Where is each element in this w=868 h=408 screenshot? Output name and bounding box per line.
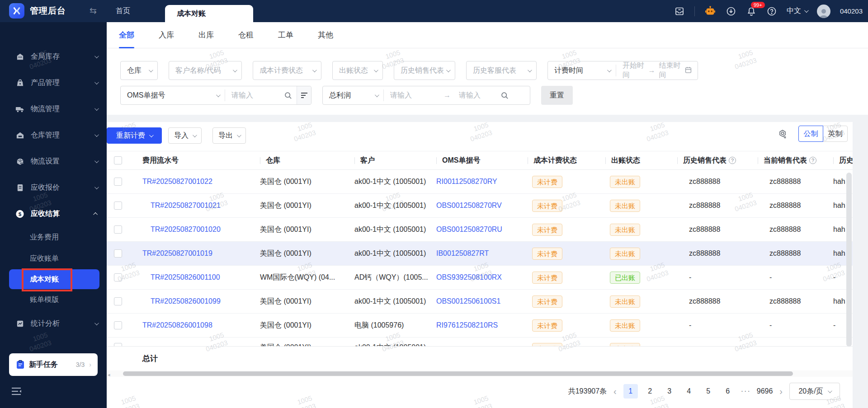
oms-doc-link-text[interactable]: IB001250827RT bbox=[436, 249, 489, 258]
imperial-button[interactable]: 英制 bbox=[823, 126, 848, 142]
filter-select-出账状态[interactable]: 出账状态 bbox=[332, 61, 383, 80]
sidebar-item-物流管理[interactable]: 物流管理 bbox=[0, 96, 107, 122]
page-button-3[interactable]: 3 bbox=[662, 384, 677, 399]
recalculate-button[interactable]: 重新计费 bbox=[107, 127, 162, 144]
oms-doc-link-text[interactable]: OBS0012508270RU bbox=[436, 225, 502, 234]
tab-全部[interactable]: 全部 bbox=[119, 22, 134, 48]
sidebar-item-仓库管理[interactable]: 仓库管理 bbox=[0, 122, 107, 148]
robot-assistant-icon[interactable] bbox=[704, 5, 716, 17]
range-from-input[interactable] bbox=[384, 86, 442, 104]
range-to-input[interactable] bbox=[453, 86, 500, 104]
column-header-历史[interactable]: 历史 bbox=[833, 156, 853, 165]
reset-button[interactable]: 重置 bbox=[541, 86, 573, 105]
column-header-当前销售代表[interactable]: 当前销售代表? bbox=[758, 156, 833, 165]
sidebar-subitem-应收账单[interactable]: 应收账单 bbox=[0, 248, 107, 269]
avatar[interactable] bbox=[817, 5, 830, 18]
row-checkbox[interactable] bbox=[114, 321, 122, 329]
next-page-button[interactable]: › bbox=[778, 386, 783, 397]
sidebar-item-应收报价[interactable]: 应收报价 bbox=[0, 174, 107, 201]
fee-serial-link-text[interactable]: TR#20250827001021 bbox=[151, 202, 221, 210]
column-header-出账状态[interactable]: 出账状态 bbox=[605, 156, 677, 165]
task-card[interactable]: 新手任务 3/3 › bbox=[9, 353, 98, 376]
tab-出库[interactable]: 出库 bbox=[198, 22, 214, 48]
sidebar-collapse-button[interactable] bbox=[11, 386, 23, 397]
document-search-input[interactable] bbox=[225, 86, 283, 104]
sidebar-item-应收结算[interactable]: $应收结算 bbox=[0, 201, 107, 227]
row-checkbox[interactable] bbox=[114, 225, 122, 234]
filter-select-历史客服代表[interactable]: 历史客服代表 bbox=[466, 61, 537, 80]
search-icon[interactable] bbox=[500, 91, 509, 100]
table-row[interactable]: TR#20250826001099美国仓 (0001YI)ak00-1中文 (1… bbox=[107, 290, 853, 314]
page-size-select[interactable]: 20条/页 bbox=[789, 383, 840, 400]
column-header-客户[interactable]: 客户 bbox=[354, 156, 436, 165]
fee-serial-link-text[interactable]: TR#20250826001098 bbox=[142, 321, 212, 329]
bell-icon[interactable]: 99+ bbox=[746, 6, 757, 17]
export-button[interactable]: 导出 bbox=[212, 127, 246, 144]
sidebar-subitem-账单模版[interactable]: 账单模版 bbox=[0, 289, 107, 310]
tab-工单[interactable]: 工单 bbox=[278, 22, 293, 48]
range-field-select[interactable]: 总利润 bbox=[323, 86, 383, 104]
oms-doc-link-text[interactable]: RI00112508270RY bbox=[436, 178, 497, 186]
sidebar-item-统计分析[interactable]: 统计分析 bbox=[0, 310, 107, 337]
fee-serial-link-text[interactable]: TR#20250826001099 bbox=[151, 297, 221, 305]
row-checkbox[interactable] bbox=[114, 178, 122, 186]
row-checkbox[interactable] bbox=[114, 297, 122, 305]
batch-filter-icon[interactable] bbox=[297, 86, 311, 104]
column-header-仓库[interactable]: 仓库 bbox=[260, 156, 354, 165]
page-button-5[interactable]: 5 bbox=[701, 384, 716, 399]
sidebar-subitem-业务费用[interactable]: 业务费用 bbox=[0, 227, 107, 248]
table-row-partial[interactable]: 美国仓 (0001YI)ak00-1中文 (1005001)未计费未出账 bbox=[107, 338, 853, 347]
filter-select-历史销售代表[interactable]: 历史销售代表 bbox=[394, 61, 455, 80]
table-row[interactable]: TR#20250826001100WM国际仓(WQY) (04...AD钙（WQ… bbox=[107, 266, 853, 290]
row-checkbox[interactable] bbox=[114, 202, 122, 210]
row-checkbox[interactable] bbox=[114, 273, 122, 281]
nav-tab-active[interactable]: 成本对账 bbox=[165, 5, 253, 22]
table-row[interactable]: TR#20250827001019美国仓 (0001YI)ak00-1中文 (1… bbox=[107, 242, 853, 266]
row-checkbox[interactable] bbox=[114, 343, 122, 347]
metric-button[interactable]: 公制 bbox=[798, 126, 823, 142]
page-button-1[interactable]: 1 bbox=[623, 384, 638, 399]
select-all-checkbox[interactable] bbox=[114, 156, 122, 164]
sidebar-item-物流设置[interactable]: 物流设置 bbox=[0, 148, 107, 174]
download-icon[interactable] bbox=[726, 6, 736, 17]
document-type-select[interactable]: OMS单据号 bbox=[121, 86, 225, 104]
search-icon[interactable] bbox=[284, 91, 292, 100]
fee-serial-link-text[interactable]: TR#20250827001022 bbox=[142, 178, 212, 186]
import-button[interactable]: 导入 bbox=[168, 127, 202, 144]
fee-serial-link-text[interactable]: TR#20250826001100 bbox=[151, 273, 220, 281]
nav-tab-home[interactable]: 首页 bbox=[116, 6, 130, 16]
filter-select-客户名称/代码[interactable]: 客户名称/代码 bbox=[169, 61, 242, 80]
language-switcher[interactable]: 中文 bbox=[787, 6, 807, 16]
oms-doc-link-text[interactable]: OBS0012506100S1 bbox=[436, 297, 500, 305]
scroll-left-arrow[interactable]: ◂ bbox=[108, 372, 110, 378]
fee-serial-link-text[interactable]: TR#20250827001019 bbox=[142, 249, 212, 258]
table-row[interactable]: TR#20250826001098美国仓 (0001YI)电脑 (1005976… bbox=[107, 314, 853, 338]
inbox-icon[interactable] bbox=[674, 6, 685, 17]
horizontal-scrollbar-thumb[interactable] bbox=[123, 371, 793, 376]
sidebar-item-产品管理[interactable]: 产品管理 bbox=[0, 70, 107, 96]
tab-仓租[interactable]: 仓租 bbox=[238, 22, 254, 48]
fee-serial-link-text[interactable]: TR#20250827001020 bbox=[151, 225, 221, 234]
tab-其他[interactable]: 其他 bbox=[318, 22, 333, 48]
page-button-2[interactable]: 2 bbox=[643, 384, 657, 399]
time-field-select[interactable]: 计费时间 bbox=[548, 61, 616, 80]
row-checkbox[interactable] bbox=[114, 249, 122, 258]
oms-doc-link-text[interactable]: RI97612508210RS bbox=[436, 321, 498, 329]
column-header-历史销售代表[interactable]: 历史销售代表? bbox=[677, 156, 758, 165]
page-button-4[interactable]: 4 bbox=[682, 384, 696, 399]
filter-select-成本计费状态[interactable]: 成本计费状态 bbox=[253, 61, 321, 80]
date-range-input[interactable]: 开始时间→结束时间 bbox=[616, 61, 698, 80]
column-header-费用流水号[interactable]: 费用流水号 bbox=[142, 156, 260, 165]
table-row[interactable]: TR#20250827001021美国仓 (0001YI)ak00-1中文 (1… bbox=[107, 194, 853, 218]
swap-icon[interactable]: ⇆ bbox=[90, 5, 97, 16]
oms-doc-link-text[interactable]: OBS9392508100RX bbox=[436, 273, 502, 281]
table-row[interactable]: TR#20250827001020美国仓 (0001YI)ak00-1中文 (1… bbox=[107, 218, 853, 242]
column-header-OMS单据号[interactable]: OMS单据号 bbox=[436, 156, 528, 165]
page-button-6[interactable]: 6 bbox=[721, 384, 735, 399]
column-header-成本计费状态[interactable]: 成本计费状态 bbox=[528, 156, 605, 165]
prev-page-button[interactable]: ‹ bbox=[613, 386, 618, 397]
tab-入库[interactable]: 入库 bbox=[159, 22, 174, 48]
table-row[interactable]: TR#20250827001022美国仓 (0001YI)ak00-1中文 (1… bbox=[107, 170, 853, 194]
last-page-button[interactable]: 9696 bbox=[757, 384, 773, 399]
help-icon[interactable] bbox=[766, 6, 777, 17]
